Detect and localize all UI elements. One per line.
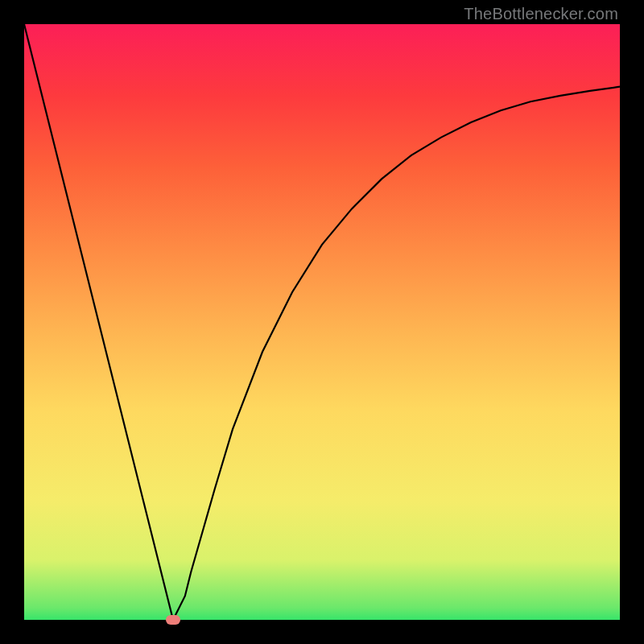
plot-area (24, 24, 620, 620)
bottleneck-curve (24, 24, 620, 620)
optimum-marker (166, 615, 180, 625)
chart-container: TheBottlenecker.com (0, 0, 644, 644)
watermark-text: TheBottlenecker.com (464, 5, 618, 23)
curve-svg (24, 24, 620, 620)
